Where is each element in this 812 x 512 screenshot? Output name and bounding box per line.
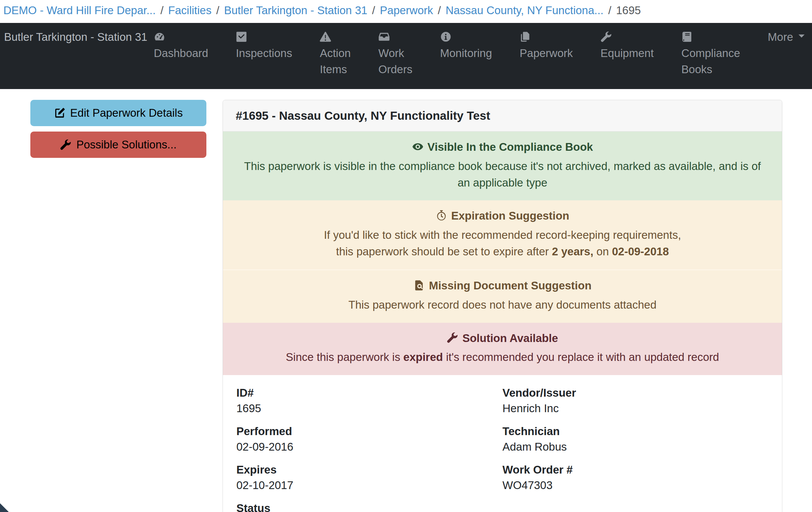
field-value: 1695: [236, 402, 502, 415]
alert-title-text: Visible In the Compliance Book: [428, 141, 593, 153]
expiration-date: 02-09-2018: [612, 245, 669, 258]
field-value: Henrich Inc: [502, 402, 768, 415]
navbar-items: Dashboard Inspections Action Items Work …: [154, 29, 809, 78]
field-label: Status: [236, 502, 502, 512]
nav-item-label: Dashboard: [154, 47, 208, 59]
nav-item-compliance-books[interactable]: Compliance Books: [682, 29, 740, 78]
file-search-icon: [413, 280, 425, 291]
alert-title: Solution Available: [238, 330, 766, 347]
breadcrumb-link-paperwork-type[interactable]: Nassau County, NY Functiona...: [445, 4, 603, 17]
nav-more-label: More: [768, 31, 793, 43]
nav-item-monitoring[interactable]: Monitoring: [440, 29, 492, 61]
breadcrumb: DEMO - Ward Hill Fire Depar... / Facilit…: [0, 0, 812, 23]
breadcrumb-current: 1695: [616, 4, 641, 17]
breadcrumb-separator: /: [608, 4, 611, 17]
solution-available-alert: Solution Available Since this paperwork …: [223, 323, 782, 375]
nav-item-label: Compliance Books: [682, 47, 740, 76]
breadcrumb-separator: /: [438, 4, 441, 17]
field-label: Vendor/Issuer: [502, 387, 768, 399]
nav-item-label: Work Orders: [378, 47, 412, 76]
nav-item-label: Equipment: [601, 47, 654, 59]
field-id: ID# 1695: [236, 387, 502, 415]
pencil-square-icon: [54, 107, 65, 119]
solution-suffix: it's recommended you replace it with an …: [443, 351, 719, 363]
copy-pages-icon: [520, 31, 531, 42]
panel-title: #1695 - Nassau County, NY Functionality …: [223, 100, 782, 132]
possible-solutions-button[interactable]: Possible Solutions...: [30, 132, 206, 158]
expiration-line1: If you'd like to stick with the recommen…: [324, 229, 681, 241]
eye-icon: [412, 141, 424, 152]
breadcrumb-separator: /: [161, 4, 164, 17]
breadcrumb-link-paperwork[interactable]: Paperwork: [380, 4, 433, 17]
nav-item-paperwork[interactable]: Paperwork: [520, 29, 573, 61]
field-label: Performed: [236, 425, 502, 438]
solution-prefix: Since this paperwork is: [286, 351, 403, 363]
breadcrumb-separator: /: [372, 4, 375, 17]
field-expires: Expires 02-10-2017: [236, 463, 502, 492]
edit-button-label: Edit Paperwork Details: [70, 107, 183, 119]
nav-item-label: Monitoring: [440, 47, 492, 59]
field-technician: Technician Adam Robus: [502, 425, 768, 453]
expiration-line2-prefix: this paperwork should be set to expire a…: [336, 245, 552, 258]
alert-body: If you'd like to stick with the recommen…: [238, 227, 766, 260]
alert-title: Expiration Suggestion: [238, 208, 766, 224]
field-label: ID#: [236, 387, 502, 399]
alert-body: Since this paperwork is expired it's rec…: [238, 349, 766, 366]
solution-expired-word: expired: [403, 351, 443, 363]
inbox-icon: [378, 31, 390, 42]
warning-triangle-icon: [320, 31, 331, 42]
nav-item-work-orders[interactable]: Work Orders: [378, 29, 412, 78]
nav-item-action-items[interactable]: Action Items: [320, 29, 351, 78]
field-status: Status Expired: [236, 502, 502, 512]
tachometer-icon: [154, 31, 165, 42]
nav-item-equipment[interactable]: Equipment: [601, 29, 654, 61]
stopwatch-icon: [436, 210, 447, 221]
action-sidebar: Edit Paperwork Details Possible Solution…: [30, 100, 206, 163]
visible-in-compliance-book-alert: Visible In the Compliance Book This pape…: [223, 132, 782, 200]
field-label: Expires: [236, 463, 502, 476]
wrench-icon: [447, 332, 458, 343]
field-work-order: Work Order # WO47303: [502, 463, 768, 492]
details-right-column: Vendor/Issuer Henrich Inc Technician Ada…: [502, 387, 768, 512]
breadcrumb-link-account[interactable]: DEMO - Ward Hill Fire Depar...: [3, 4, 156, 17]
expiration-suggestion-alert: Expiration Suggestion If you'd like to s…: [223, 200, 782, 269]
breadcrumb-link-facilities[interactable]: Facilities: [168, 4, 211, 17]
book-icon: [682, 31, 693, 42]
chevron-down-icon: [797, 32, 806, 40]
alert-title: Visible In the Compliance Book: [238, 139, 766, 155]
missing-document-suggestion-alert: Missing Document Suggestion This paperwo…: [223, 269, 782, 323]
nav-item-inspections[interactable]: Inspections: [236, 29, 292, 61]
paperwork-detail-panel: #1695 - Nassau County, NY Functionality …: [223, 100, 782, 512]
expiration-line2-mid: on: [593, 245, 612, 258]
field-value: Adam Robus: [502, 440, 768, 453]
alert-title-text: Missing Document Suggestion: [429, 279, 591, 292]
solutions-button-label: Possible Solutions...: [76, 138, 176, 151]
paperwork-details-grid: ID# 1695 Performed 02-09-2016 Expires 02…: [223, 375, 782, 512]
wrench-icon: [60, 139, 71, 150]
field-value: 02-10-2017: [236, 479, 502, 492]
alert-body: This paperwork record does not have any …: [238, 297, 766, 313]
expiration-duration: 2 years,: [552, 245, 593, 258]
field-value: 02-09-2016: [236, 440, 502, 453]
nav-item-dashboard[interactable]: Dashboard: [154, 29, 208, 61]
field-performed: Performed 02-09-2016: [236, 425, 502, 453]
check-square-icon: [236, 31, 247, 42]
nav-item-more-dropdown[interactable]: More: [768, 29, 809, 45]
breadcrumb-link-facility[interactable]: Butler Tarkington - Station 31: [224, 4, 367, 17]
nav-item-label: Inspections: [236, 47, 292, 59]
wrench-icon: [601, 31, 612, 42]
field-label: Technician: [502, 425, 768, 438]
details-left-column: ID# 1695 Performed 02-09-2016 Expires 02…: [236, 387, 502, 512]
nav-item-label: Paperwork: [520, 47, 573, 59]
main-content: Edit Paperwork Details Possible Solution…: [0, 89, 812, 512]
info-circle-icon: [440, 31, 452, 42]
alert-title-text: Expiration Suggestion: [451, 209, 569, 222]
alert-title-text: Solution Available: [462, 332, 558, 344]
edit-paperwork-details-button[interactable]: Edit Paperwork Details: [30, 100, 206, 126]
field-value: WO47303: [502, 479, 768, 492]
facility-navbar: Butler Tarkington - Station 31 Dashboard…: [0, 23, 812, 89]
field-label: Work Order #: [502, 463, 768, 476]
alert-title: Missing Document Suggestion: [238, 278, 766, 294]
breadcrumb-separator: /: [216, 4, 219, 17]
navbar-brand[interactable]: Butler Tarkington - Station 31: [4, 29, 149, 45]
